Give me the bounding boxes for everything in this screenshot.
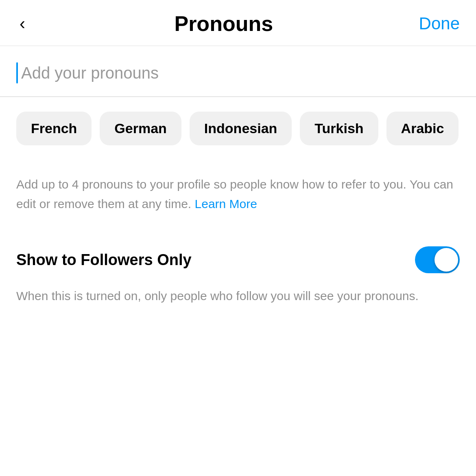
header: ‹ Pronouns Done [0, 0, 476, 46]
chip-indonesian[interactable]: Indonesian [190, 112, 292, 145]
language-chips-section: French German Indonesian Turkish Arabic [0, 97, 476, 160]
followers-toggle-section: Show to Followers Only [0, 233, 476, 286]
followers-description-text: When this is turned on, only people who … [16, 289, 419, 303]
learn-more-link[interactable]: Learn More [195, 197, 257, 211]
followers-toggle[interactable] [415, 246, 460, 273]
followers-description: When this is turned on, only people who … [0, 286, 476, 325]
followers-label: Show to Followers Only [16, 251, 192, 269]
chip-turkish[interactable]: Turkish [300, 112, 378, 145]
chip-french[interactable]: French [16, 112, 92, 145]
page-title: Pronouns [28, 11, 419, 36]
search-input-wrapper: Add your pronouns [16, 62, 460, 83]
pronouns-input[interactable]: Add your pronouns [21, 64, 460, 82]
info-text: Add up to 4 pronouns to your profile so … [16, 178, 453, 211]
toggle-knob [435, 248, 458, 272]
back-button[interactable]: ‹ [16, 13, 28, 34]
chip-german[interactable]: German [100, 112, 181, 145]
done-button[interactable]: Done [419, 14, 460, 33]
info-section: Add up to 4 pronouns to your profile so … [0, 160, 476, 233]
language-chips-scroll: French German Indonesian Turkish Arabic [0, 112, 476, 145]
cursor-indicator [16, 62, 18, 83]
search-section: Add your pronouns [0, 46, 476, 97]
chip-arabic[interactable]: Arabic [386, 112, 459, 145]
